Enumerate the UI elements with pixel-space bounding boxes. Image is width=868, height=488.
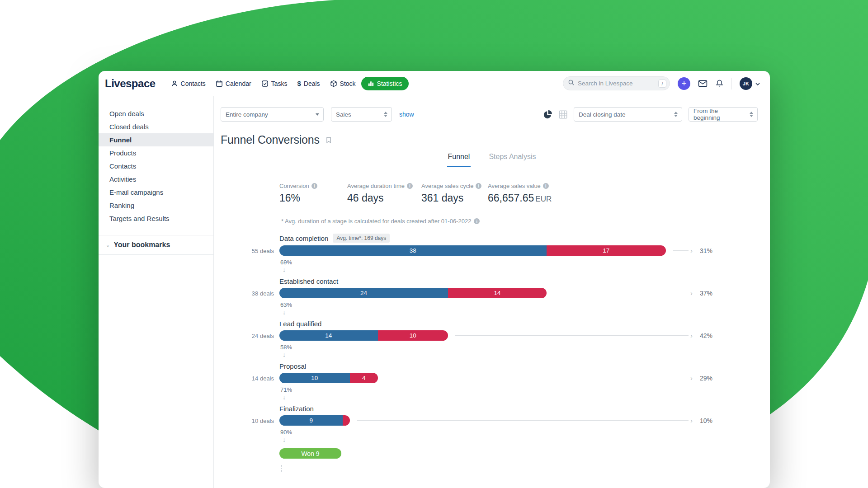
stage-bar-row: 14 deals104›29% (279, 373, 712, 383)
stepper-arrows-icon (384, 112, 387, 117)
nav-item-stock[interactable]: Stock (326, 77, 360, 90)
info-icon[interactable]: i (476, 183, 481, 189)
info-icon[interactable]: i (311, 183, 317, 189)
stat-label: Conversion (279, 183, 309, 189)
date-type-select[interactable]: Deal closing date (574, 107, 682, 122)
search-placeholder: Search in Livespace (578, 80, 655, 87)
your-bookmarks-section[interactable]: ⌄ Your bookmarks (99, 235, 213, 255)
funnel-chart: Data completionAvg. time*: 169 days55 de… (214, 234, 770, 472)
stage-name: Finalization (279, 405, 314, 413)
stat-conversion: Conversioni 16% (279, 183, 347, 204)
filters-toolbar: Entire company Sales show Deal (214, 96, 770, 122)
stat-avg-sales-cycle: Average sales cyclei 361 days (421, 183, 488, 204)
sidebar-item-open-deals[interactable]: Open deals (99, 107, 213, 120)
app-window: Livespace Contacts Calendar Tasks $ Deal… (99, 71, 770, 488)
nav-item-statistics[interactable]: Statistics (361, 77, 409, 90)
sidebar-item-ranking[interactable]: Ranking (99, 199, 213, 212)
sidebar-item-activities[interactable]: Activities (99, 173, 213, 186)
bookmark-icon[interactable] (325, 136, 332, 144)
arrow-right-icon: › (690, 290, 693, 296)
pipeline-select[interactable]: Sales (331, 107, 392, 122)
conversion-percent: 63% (280, 301, 770, 308)
info-icon[interactable]: i (543, 183, 549, 189)
lost-segment[interactable] (343, 415, 350, 426)
range-select-value: From the beginning (693, 108, 746, 121)
sidebar-item-closed-deals[interactable]: Closed deals (99, 120, 213, 133)
chevron-down-icon: ⌄ (106, 242, 110, 248)
range-select[interactable]: From the beginning (689, 107, 758, 122)
lost-percent: 10% (694, 417, 712, 424)
stock-icon (330, 80, 337, 87)
stat-label: Average sales value (488, 183, 541, 189)
search-input[interactable]: Search in Livespace / (563, 76, 670, 90)
date-type-select-value: Deal closing date (579, 111, 626, 118)
lost-segment[interactable]: 17 (547, 245, 666, 256)
currency-suffix: EUR (535, 195, 552, 203)
won-pill[interactable]: Won 9 (279, 448, 341, 459)
nav-item-tasks[interactable]: Tasks (257, 77, 292, 90)
info-icon[interactable]: i (407, 183, 413, 189)
arrow-down-icon: ↓ (283, 267, 770, 273)
notifications-bell-icon[interactable] (715, 79, 724, 88)
mail-icon[interactable] (698, 79, 708, 88)
scope-select[interactable]: Entire company (221, 107, 324, 122)
lost-segment[interactable]: 10 (378, 330, 448, 341)
sidebar-item-email-campaigns[interactable]: E-mail campaigns (99, 186, 213, 199)
user-menu[interactable]: JK (740, 77, 760, 90)
nav-label: Contacts (181, 80, 206, 87)
advanced-segment[interactable]: 24 (279, 288, 448, 298)
stage-bar: 9 (279, 415, 350, 426)
lost-percent: 37% (694, 290, 712, 297)
deals-count: 14 deals (229, 375, 274, 381)
funnel-stage: Data completionAvg. time*: 169 days55 de… (279, 234, 770, 273)
conversion-percent: 69% (280, 259, 770, 266)
advanced-segment[interactable]: 9 (279, 415, 343, 426)
lost-segment[interactable]: 14 (448, 288, 547, 298)
lost-connector-line (357, 420, 689, 421)
pie-chart-view-icon[interactable] (543, 110, 552, 119)
main-nav: Contacts Calendar Tasks $ Deals Stock St… (166, 77, 409, 90)
sidebar-item-contacts[interactable]: Contacts (99, 160, 213, 173)
lost-connector-line (455, 335, 689, 336)
nav-item-calendar[interactable]: Calendar (211, 77, 256, 90)
conversion-percent: 90% (280, 429, 770, 436)
stage-name: Established contact (279, 277, 338, 285)
show-link[interactable]: show (399, 111, 414, 118)
arrow-down-icon: ↓ (283, 436, 770, 443)
arrow-right-icon: › (690, 375, 693, 381)
conversion-percent: 71% (280, 386, 770, 393)
avg-time-badge: Avg. time*: 169 days (333, 234, 390, 243)
arrow-down-icon: ↓ (283, 394, 770, 400)
tab-funnel[interactable]: Funnel (447, 148, 471, 167)
advanced-segment[interactable]: 14 (279, 330, 378, 341)
info-icon[interactable]: i (474, 218, 480, 224)
search-icon (568, 79, 575, 88)
advanced-segment[interactable]: 10 (279, 373, 350, 383)
lost-connector-line (385, 378, 689, 378)
lost-connector-line (673, 250, 689, 251)
stage-bar-row: 10 deals9›10% (279, 415, 712, 426)
tab-steps-analysis[interactable]: Steps Analysis (488, 148, 537, 167)
sidebar-item-targets-results[interactable]: Targets and Results (99, 212, 213, 225)
stat-value: 361 days (421, 192, 488, 204)
avatar: JK (740, 77, 752, 90)
lost-segment[interactable]: 4 (350, 373, 378, 383)
advanced-segment[interactable]: 38 (279, 245, 547, 256)
summary-stats: Conversioni 16% Average duration timei 4… (214, 183, 770, 204)
arrow-right-icon: › (690, 247, 693, 254)
quick-add-button[interactable]: + (678, 77, 690, 90)
nav-item-contacts[interactable]: Contacts (166, 77, 210, 90)
nav-item-deals[interactable]: $ Deals (292, 77, 324, 90)
stat-value: 16% (279, 192, 347, 204)
sidebar-item-funnel[interactable]: Funnel (99, 133, 213, 146)
table-view-icon[interactable] (559, 110, 567, 119)
stage-bar: 1410 (279, 330, 448, 341)
statistics-icon (368, 80, 374, 87)
stage-bar: 3817 (279, 245, 666, 256)
arrow-down-icon: ↓ (283, 309, 770, 315)
nav-label: Statistics (377, 80, 402, 87)
deals-count: 24 deals (229, 332, 274, 339)
funnel-stage: Finalization10 deals9›10%90%↓ (279, 405, 770, 443)
stat-label: Average duration time (347, 183, 405, 189)
sidebar-item-products[interactable]: Products (99, 146, 213, 160)
